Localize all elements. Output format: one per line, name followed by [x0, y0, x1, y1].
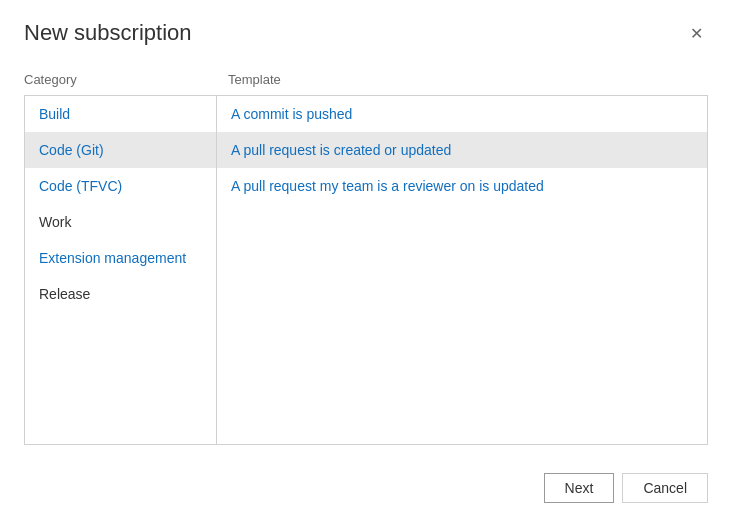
category-item-release[interactable]: Release: [25, 276, 216, 312]
category-item-extension-management[interactable]: Extension management: [25, 240, 216, 276]
template-item-pull-request-reviewer[interactable]: A pull request my team is a reviewer on …: [217, 168, 707, 204]
category-item-build[interactable]: Build: [25, 96, 216, 132]
template-list: A commit is pushedA pull request is crea…: [217, 96, 707, 444]
close-button[interactable]: ✕: [684, 21, 708, 45]
dialog-footer: Next Cancel: [0, 461, 732, 523]
columns-header: Category Template: [24, 72, 708, 87]
template-item-pull-request-created[interactable]: A pull request is created or updated: [217, 132, 707, 168]
next-button[interactable]: Next: [544, 473, 615, 503]
category-list: BuildCode (Git)Code (TFVC)WorkExtension …: [25, 96, 217, 444]
category-item-code-git[interactable]: Code (Git): [25, 132, 216, 168]
dialog-header: New subscription ✕: [0, 0, 732, 56]
category-item-code-tfvc[interactable]: Code (TFVC): [25, 168, 216, 204]
dialog-body: Category Template BuildCode (Git)Code (T…: [0, 56, 732, 461]
template-item-commit-pushed[interactable]: A commit is pushed: [217, 96, 707, 132]
category-column-header: Category: [24, 72, 216, 87]
dialog-title: New subscription: [24, 20, 192, 46]
category-item-work[interactable]: Work: [25, 204, 216, 240]
columns-content: BuildCode (Git)Code (TFVC)WorkExtension …: [24, 95, 708, 445]
new-subscription-dialog: New subscription ✕ Category Template Bui…: [0, 0, 732, 523]
cancel-button[interactable]: Cancel: [622, 473, 708, 503]
template-column-header: Template: [228, 72, 708, 87]
